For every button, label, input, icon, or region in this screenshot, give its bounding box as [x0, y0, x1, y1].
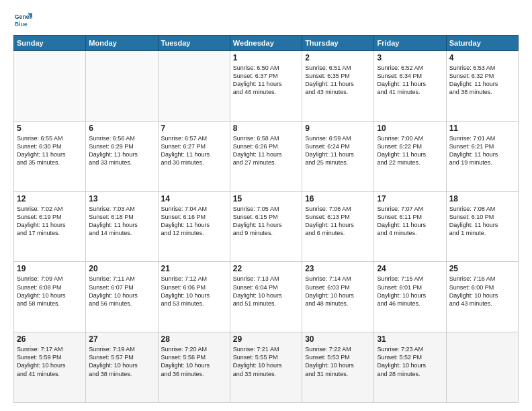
day-info: Sunrise: 6:59 AMSunset: 6:24 PMDaylight:…	[305, 134, 371, 167]
day-info: Sunrise: 7:06 AMSunset: 6:13 PMDaylight:…	[305, 205, 371, 238]
day-number: 23	[305, 264, 371, 273]
day-cell: 10Sunrise: 7:00 AMSunset: 6:22 PMDayligh…	[374, 121, 446, 191]
day-cell: 27Sunrise: 7:19 AMSunset: 5:57 PMDayligh…	[86, 332, 158, 403]
week-row-1: 1Sunrise: 6:50 AMSunset: 6:37 PMDaylight…	[14, 51, 519, 122]
col-header-thursday: Thursday	[302, 36, 374, 51]
day-cell: 30Sunrise: 7:22 AMSunset: 5:53 PMDayligh…	[302, 332, 374, 403]
day-info: Sunrise: 7:22 AMSunset: 5:53 PMDaylight:…	[305, 345, 371, 378]
day-info: Sunrise: 6:52 AMSunset: 6:34 PMDaylight:…	[377, 64, 443, 97]
day-number: 12	[17, 194, 83, 203]
day-info: Sunrise: 7:16 AMSunset: 6:00 PMDaylight:…	[449, 275, 515, 308]
day-number: 25	[449, 264, 515, 273]
day-info: Sunrise: 7:15 AMSunset: 6:01 PMDaylight:…	[377, 275, 443, 308]
week-row-4: 19Sunrise: 7:09 AMSunset: 6:08 PMDayligh…	[14, 262, 519, 332]
day-number: 19	[17, 264, 83, 273]
day-info: Sunrise: 7:21 AMSunset: 5:55 PMDaylight:…	[233, 345, 299, 378]
header: General Blue	[13, 11, 519, 30]
day-info: Sunrise: 7:09 AMSunset: 6:08 PMDaylight:…	[17, 275, 83, 308]
day-cell: 13Sunrise: 7:03 AMSunset: 6:18 PMDayligh…	[86, 191, 158, 262]
day-number: 20	[89, 264, 154, 273]
header-row: SundayMondayTuesdayWednesdayThursdayFrid…	[14, 36, 519, 51]
day-cell	[158, 51, 230, 122]
day-cell: 5Sunrise: 6:55 AMSunset: 6:30 PMDaylight…	[14, 121, 86, 191]
day-cell: 7Sunrise: 6:57 AMSunset: 6:27 PMDaylight…	[158, 121, 230, 191]
day-info: Sunrise: 7:23 AMSunset: 5:52 PMDaylight:…	[377, 345, 443, 378]
day-info: Sunrise: 6:57 AMSunset: 6:27 PMDaylight:…	[161, 134, 227, 167]
day-info: Sunrise: 7:13 AMSunset: 6:04 PMDaylight:…	[233, 275, 299, 308]
day-info: Sunrise: 6:56 AMSunset: 6:29 PMDaylight:…	[89, 134, 154, 167]
day-info: Sunrise: 6:51 AMSunset: 6:35 PMDaylight:…	[305, 64, 371, 97]
day-number: 2	[305, 53, 371, 62]
day-number: 17	[377, 194, 443, 203]
day-cell: 2Sunrise: 6:51 AMSunset: 6:35 PMDaylight…	[302, 51, 374, 122]
col-header-saturday: Saturday	[446, 36, 518, 51]
day-number: 8	[233, 124, 299, 133]
day-number: 10	[377, 124, 443, 133]
day-info: Sunrise: 7:04 AMSunset: 6:16 PMDaylight:…	[161, 205, 227, 238]
day-info: Sunrise: 7:08 AMSunset: 6:10 PMDaylight:…	[449, 205, 515, 238]
day-info: Sunrise: 7:17 AMSunset: 5:59 PMDaylight:…	[17, 345, 83, 378]
day-cell: 14Sunrise: 7:04 AMSunset: 6:16 PMDayligh…	[158, 191, 230, 262]
day-number: 1	[233, 53, 299, 62]
day-info: Sunrise: 6:53 AMSunset: 6:32 PMDaylight:…	[449, 64, 515, 97]
day-info: Sunrise: 7:05 AMSunset: 6:15 PMDaylight:…	[233, 205, 299, 238]
day-number: 3	[377, 53, 443, 62]
week-row-2: 5Sunrise: 6:55 AMSunset: 6:30 PMDaylight…	[14, 121, 519, 191]
day-number: 11	[449, 124, 515, 133]
col-header-monday: Monday	[86, 36, 158, 51]
day-info: Sunrise: 7:01 AMSunset: 6:21 PMDaylight:…	[449, 134, 515, 167]
day-info: Sunrise: 7:03 AMSunset: 6:18 PMDaylight:…	[89, 205, 154, 238]
day-cell: 24Sunrise: 7:15 AMSunset: 6:01 PMDayligh…	[374, 262, 446, 332]
day-number: 29	[233, 334, 299, 344]
day-cell: 1Sunrise: 6:50 AMSunset: 6:37 PMDaylight…	[230, 51, 302, 122]
day-info: Sunrise: 6:55 AMSunset: 6:30 PMDaylight:…	[17, 134, 83, 167]
logo: General Blue	[13, 11, 34, 30]
svg-text:Blue: Blue	[15, 21, 28, 28]
day-cell: 25Sunrise: 7:16 AMSunset: 6:00 PMDayligh…	[446, 262, 518, 332]
day-cell: 3Sunrise: 6:52 AMSunset: 6:34 PMDaylight…	[374, 51, 446, 122]
day-number: 21	[161, 264, 227, 273]
day-number: 9	[305, 124, 371, 133]
day-cell	[446, 332, 518, 403]
day-number: 24	[377, 264, 443, 273]
day-cell: 18Sunrise: 7:08 AMSunset: 6:10 PMDayligh…	[446, 191, 518, 262]
logo-icon: General Blue	[13, 11, 32, 30]
day-cell	[14, 51, 86, 122]
col-header-tuesday: Tuesday	[158, 36, 230, 51]
calendar-table: SundayMondayTuesdayWednesdayThursdayFrid…	[13, 35, 519, 403]
day-cell: 31Sunrise: 7:23 AMSunset: 5:52 PMDayligh…	[374, 332, 446, 403]
day-info: Sunrise: 6:58 AMSunset: 6:26 PMDaylight:…	[233, 134, 299, 167]
col-header-sunday: Sunday	[14, 36, 86, 51]
day-cell: 23Sunrise: 7:14 AMSunset: 6:03 PMDayligh…	[302, 262, 374, 332]
day-cell: 12Sunrise: 7:02 AMSunset: 6:19 PMDayligh…	[14, 191, 86, 262]
day-cell	[86, 51, 158, 122]
day-info: Sunrise: 7:12 AMSunset: 6:06 PMDaylight:…	[161, 275, 227, 308]
day-info: Sunrise: 7:14 AMSunset: 6:03 PMDaylight:…	[305, 275, 371, 308]
day-cell: 4Sunrise: 6:53 AMSunset: 6:32 PMDaylight…	[446, 51, 518, 122]
day-number: 15	[233, 194, 299, 203]
day-cell: 6Sunrise: 6:56 AMSunset: 6:29 PMDaylight…	[86, 121, 158, 191]
day-number: 6	[89, 124, 154, 133]
day-number: 30	[305, 334, 371, 344]
day-info: Sunrise: 7:02 AMSunset: 6:19 PMDaylight:…	[17, 205, 83, 238]
day-info: Sunrise: 6:50 AMSunset: 6:37 PMDaylight:…	[233, 64, 299, 97]
day-cell: 16Sunrise: 7:06 AMSunset: 6:13 PMDayligh…	[302, 191, 374, 262]
day-cell: 11Sunrise: 7:01 AMSunset: 6:21 PMDayligh…	[446, 121, 518, 191]
day-number: 22	[233, 264, 299, 273]
day-number: 4	[449, 53, 515, 62]
day-cell: 29Sunrise: 7:21 AMSunset: 5:55 PMDayligh…	[230, 332, 302, 403]
day-cell: 8Sunrise: 6:58 AMSunset: 6:26 PMDaylight…	[230, 121, 302, 191]
day-info: Sunrise: 7:07 AMSunset: 6:11 PMDaylight:…	[377, 205, 443, 238]
day-cell: 9Sunrise: 6:59 AMSunset: 6:24 PMDaylight…	[302, 121, 374, 191]
week-row-3: 12Sunrise: 7:02 AMSunset: 6:19 PMDayligh…	[14, 191, 519, 262]
day-cell: 17Sunrise: 7:07 AMSunset: 6:11 PMDayligh…	[374, 191, 446, 262]
col-header-friday: Friday	[374, 36, 446, 51]
day-number: 7	[161, 124, 227, 133]
day-number: 28	[161, 334, 227, 344]
day-cell: 22Sunrise: 7:13 AMSunset: 6:04 PMDayligh…	[230, 262, 302, 332]
day-number: 13	[89, 194, 154, 203]
day-info: Sunrise: 7:19 AMSunset: 5:57 PMDaylight:…	[89, 345, 154, 378]
day-cell: 28Sunrise: 7:20 AMSunset: 5:56 PMDayligh…	[158, 332, 230, 403]
week-row-5: 26Sunrise: 7:17 AMSunset: 5:59 PMDayligh…	[14, 332, 519, 403]
day-cell: 21Sunrise: 7:12 AMSunset: 6:06 PMDayligh…	[158, 262, 230, 332]
